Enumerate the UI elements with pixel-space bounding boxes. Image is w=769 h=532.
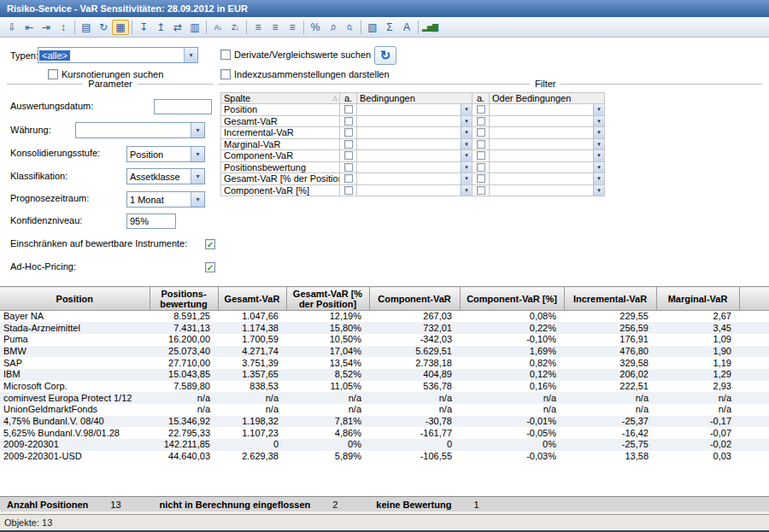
derivate-checkbox[interactable]: Derivate/Vergleichswerte suchen bbox=[220, 50, 371, 60]
chart-icon[interactable]: ▂▅▇ bbox=[421, 20, 438, 35]
export-icon[interactable]: ⇩ bbox=[3, 20, 21, 35]
adhoc-pricing-checkbox[interactable] bbox=[205, 262, 215, 272]
filter-oder-checkbox[interactable] bbox=[473, 139, 490, 151]
layout-icon[interactable]: ▤ bbox=[78, 20, 95, 35]
table-row[interactable]: SAP27.710,003.751,3913,54%2.738,180,82%3… bbox=[0, 357, 769, 369]
column-header[interactable]: Component-VaR [%] bbox=[460, 287, 564, 311]
columns-icon[interactable]: ▥ bbox=[186, 20, 203, 35]
column-header[interactable]: Gesamt-VaR bbox=[218, 287, 286, 311]
sort-ascending-icon[interactable]: A↓ bbox=[209, 20, 226, 35]
filter-spalte-cell[interactable]: Gesamt-VaR [% der Position] bbox=[220, 173, 340, 185]
filter-and-checkbox[interactable] bbox=[340, 150, 357, 162]
filter-spalte-cell[interactable]: Incremental-VaR bbox=[220, 127, 340, 139]
filter-spalte-cell[interactable]: Gesamt-VaR bbox=[220, 116, 340, 128]
column-header[interactable]: Position bbox=[0, 287, 150, 311]
filter-header-bedingungen[interactable]: Bedingungen bbox=[357, 92, 473, 104]
increase-decimal-icon[interactable]: ,0 bbox=[324, 20, 341, 35]
table-row[interactable]: Microsoft Corp.7.589,80838,5311,05%536,7… bbox=[0, 381, 769, 393]
table-row[interactable]: BMW25.073,404.271,7417,04%5.629,511,69%4… bbox=[0, 346, 769, 358]
filter-and-checkbox[interactable] bbox=[340, 185, 357, 197]
refresh-icon[interactable]: ↻ bbox=[95, 20, 112, 35]
einschraenken-checkbox[interactable] bbox=[205, 239, 215, 249]
filter-bedingungen-select[interactable]: ▾ bbox=[357, 139, 473, 151]
align-left-icon[interactable]: ≡ bbox=[249, 20, 267, 35]
filter-oder-checkbox[interactable] bbox=[473, 173, 490, 185]
filter-oder-checkbox[interactable] bbox=[473, 162, 490, 174]
filter-spalte-cell[interactable]: Positionsbewertung bbox=[220, 162, 340, 174]
filter-oder-checkbox[interactable] bbox=[473, 150, 490, 162]
table-row[interactable]: UnionGeldmarktFondsn/an/an/an/an/an/an/a bbox=[0, 404, 769, 416]
filter-oder-select[interactable]: ▾ bbox=[490, 116, 605, 128]
filter-spalte-cell[interactable]: Position bbox=[220, 104, 340, 116]
filter-table-icon[interactable]: ▦ bbox=[112, 20, 129, 35]
filter-oder-checkbox[interactable] bbox=[473, 104, 490, 116]
column-header[interactable]: Component-VaR bbox=[369, 287, 460, 311]
filter-header-and2[interactable]: a. bbox=[473, 92, 490, 104]
filter-oder-checkbox[interactable] bbox=[473, 127, 490, 139]
table-row[interactable]: Stada-Arzneimittel7.431,131.174,3815,80%… bbox=[0, 322, 769, 334]
typen-select[interactable]: <alle> ▾ bbox=[38, 47, 198, 63]
decrease-decimal-icon[interactable]: 0, bbox=[341, 20, 358, 35]
percent-format-icon[interactable]: % bbox=[307, 20, 324, 35]
filter-oder-select[interactable]: ▾ bbox=[490, 173, 605, 185]
table-row[interactable]: 4,75% Bundanl.V. 08/4015.346,921.198,327… bbox=[0, 416, 769, 428]
table-row[interactable]: 2009-220301-USD44.640,032.629,385,89%-10… bbox=[0, 451, 769, 463]
klassifikation-select[interactable]: Assetklasse ▾ bbox=[126, 168, 205, 184]
filter-and-checkbox[interactable] bbox=[340, 104, 357, 116]
filter-and-checkbox[interactable] bbox=[340, 173, 357, 185]
column-header[interactable]: Gesamt-VaR [% der Position] bbox=[286, 287, 369, 311]
group-icon[interactable]: ▧ bbox=[364, 20, 381, 35]
filter-oder-select[interactable]: ▾ bbox=[490, 185, 605, 197]
filter-bedingungen-select[interactable]: ▾ bbox=[357, 127, 473, 139]
filter-spalte-cell[interactable]: Marginal-VaR bbox=[220, 139, 340, 151]
fit-width-icon[interactable]: ⇥ bbox=[38, 20, 55, 35]
table-row[interactable]: Bayer NA8.591,251.047,6612,19%267,030,08… bbox=[0, 311, 769, 323]
filter-bedingungen-select[interactable]: ▾ bbox=[357, 173, 473, 185]
sort-descending-icon[interactable]: Z↓ bbox=[226, 20, 244, 35]
table-row[interactable]: IBM15.043,851.357,658,52%404,890,12%206,… bbox=[0, 369, 769, 381]
konfidenzniveau-input[interactable] bbox=[126, 213, 176, 229]
filter-oder-select[interactable]: ▾ bbox=[490, 104, 605, 116]
filter-and-checkbox[interactable] bbox=[340, 162, 357, 174]
column-header[interactable]: Marginal-VaR bbox=[656, 287, 739, 311]
filter-oder-select[interactable]: ▾ bbox=[490, 127, 605, 139]
filter-and-checkbox[interactable] bbox=[340, 139, 357, 151]
filter-oder-checkbox[interactable] bbox=[473, 185, 490, 197]
auswertungsdatum-input[interactable] bbox=[154, 99, 212, 114]
filter-bedingungen-select[interactable]: ▾ bbox=[357, 162, 473, 174]
filter-bedingungen-select[interactable]: ▾ bbox=[357, 116, 473, 128]
column-header[interactable]: Positions-bewertung bbox=[150, 287, 218, 311]
filter-header-spalte[interactable]: Spalte △ bbox=[220, 92, 340, 104]
filter-bedingungen-select[interactable]: ▾ bbox=[357, 104, 473, 116]
waehrung-select[interactable]: ▾ bbox=[75, 122, 205, 138]
filter-bedingungen-select[interactable]: ▾ bbox=[357, 185, 473, 197]
filter-header-and1[interactable]: a. bbox=[340, 92, 357, 104]
filter-and-checkbox[interactable] bbox=[340, 116, 357, 128]
table-row[interactable]: Puma16.200,001.700,5910,50%-342,03-0,10%… bbox=[0, 334, 769, 346]
titlebar[interactable]: Risiko-Service - VaR Sensitivitäten: 28.… bbox=[0, 0, 769, 17]
sum-icon[interactable]: Σ bbox=[381, 20, 398, 35]
filter-oder-checkbox[interactable] bbox=[473, 116, 490, 128]
filter-oder-select[interactable]: ▾ bbox=[490, 162, 605, 174]
font-icon[interactable]: A bbox=[398, 20, 415, 35]
filter-header-oder[interactable]: Oder Bedingungen bbox=[490, 92, 605, 104]
prognosezeitraum-select[interactable]: 1 Monat ▾ bbox=[126, 191, 205, 208]
table-row[interactable]: 5,625% Bundanl.V.98/01.2822.795,331.107,… bbox=[0, 427, 769, 439]
konsolidierungsstufe-select[interactable]: Position ▾ bbox=[126, 146, 205, 162]
filter-oder-select[interactable]: ▾ bbox=[490, 150, 605, 162]
column-header[interactable]: Incremental-VaR bbox=[564, 287, 656, 311]
table-row[interactable]: cominvest Europa Protect 1/12n/an/an/an/… bbox=[0, 392, 769, 404]
shrink-columns-icon[interactable]: ⇤ bbox=[21, 20, 38, 35]
insert-row-icon[interactable]: ↧ bbox=[135, 20, 152, 35]
filter-spalte-cell[interactable]: Component-VaR [%] bbox=[220, 185, 340, 197]
swap-columns-icon[interactable]: ⇄ bbox=[169, 20, 186, 35]
align-center-icon[interactable]: ≡ bbox=[267, 20, 284, 35]
filter-and-checkbox[interactable] bbox=[340, 127, 357, 139]
filter-oder-select[interactable]: ▾ bbox=[490, 139, 605, 151]
refresh-button[interactable]: ↻ bbox=[374, 46, 396, 65]
delete-row-icon[interactable]: ↥ bbox=[152, 20, 169, 35]
filter-spalte-cell[interactable]: Component-VaR bbox=[220, 150, 340, 162]
fit-height-icon[interactable]: ↕ bbox=[55, 20, 72, 35]
filter-bedingungen-select[interactable]: ▾ bbox=[357, 150, 473, 162]
table-row[interactable]: 2009-220301142.211,8500%00%-25,75-0,02 bbox=[0, 439, 769, 451]
